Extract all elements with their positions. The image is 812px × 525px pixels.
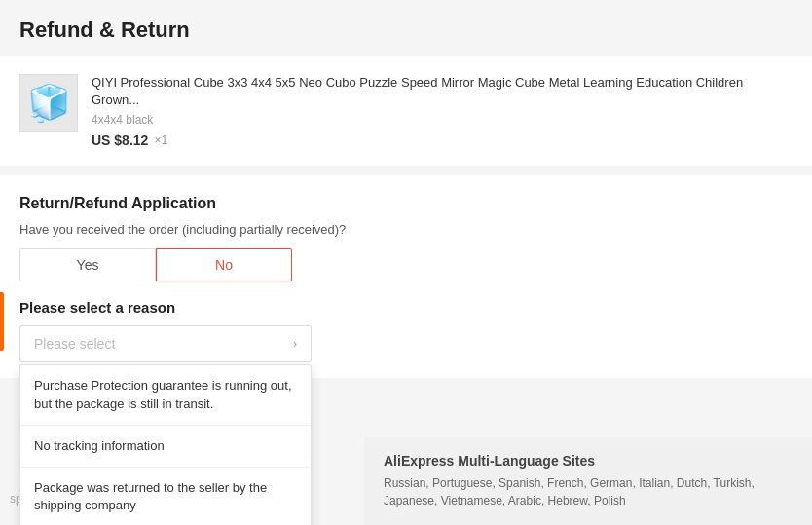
product-title: QIYI Professional Cube 3x3 4x4 5x5 Neo C…: [92, 74, 793, 109]
received-question: Have you received the order (including p…: [19, 222, 793, 237]
product-image: 🧊: [19, 74, 78, 132]
form-section: Return/Refund Application Have you recei…: [0, 175, 812, 378]
no-button[interactable]: No: [156, 248, 292, 281]
reason-dropdown-trigger[interactable]: Please select ›: [19, 325, 312, 362]
section-title: Return/Refund Application: [19, 195, 793, 212]
footer-title: AliExpress Multi-Language Sites: [384, 453, 793, 469]
product-variant: 4x4x4 black: [92, 113, 793, 127]
dropdown-placeholder-text: Please select: [34, 336, 115, 352]
product-thumbnail: 🧊: [27, 83, 71, 124]
yes-no-group: Yes No: [19, 248, 292, 281]
dropdown-item-1[interactable]: No tracking information: [20, 426, 311, 468]
dropdown-arrow-icon: ›: [293, 337, 297, 351]
product-info: QIYI Professional Cube 3x3 4x4 5x5 Neo C…: [92, 74, 793, 148]
reason-label: Please select a reason: [19, 299, 793, 316]
product-price: US $8.12: [92, 132, 148, 148]
page-title: Refund & Return: [0, 0, 812, 56]
yes-button[interactable]: Yes: [19, 248, 156, 281]
footer-languages: Russian, Portuguese, Spanish, French, Ge…: [384, 474, 793, 509]
dropdown-item-2[interactable]: Package was returned to the seller by th…: [20, 468, 311, 525]
reason-dropdown-wrapper: Please select › Purchase Protection guar…: [19, 325, 312, 362]
page-wrapper: Refund & Return 🧊 QIYI Professional Cube…: [0, 0, 812, 525]
product-qty: ×1: [154, 133, 167, 147]
footer-area: AliExpress Multi-Language Sites Russian,…: [364, 437, 812, 525]
dropdown-item-0[interactable]: Purchase Protection guarantee is running…: [20, 365, 311, 425]
reason-dropdown-menu: Purchase Protection guarantee is running…: [19, 364, 312, 525]
product-price-row: US $8.12 ×1: [92, 132, 793, 148]
accent-bar: [0, 292, 4, 351]
product-card: 🧊 QIYI Professional Cube 3x3 4x4 5x5 Neo…: [0, 56, 812, 166]
